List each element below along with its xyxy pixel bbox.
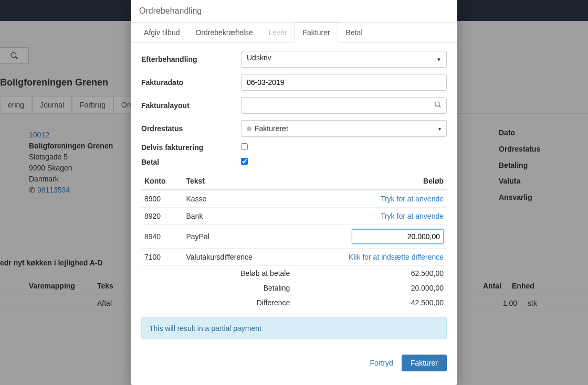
summary-row: Beløb at betale 62.500,00: [141, 266, 447, 281]
tab-afgiv-tilbud[interactable]: Afgiv tilbud: [136, 23, 187, 42]
modal-title: Ordrebehandling: [131, 0, 457, 23]
summary-diff-label: Difference: [183, 295, 293, 310]
modal-tabs: Afgiv tilbud Ordrebekræftelse Levér Fakt…: [131, 23, 457, 42]
cell-tekst: PayPal: [183, 225, 293, 249]
tab-betal[interactable]: Betal: [338, 23, 371, 42]
cell-tekst: Valutakursdifference: [183, 249, 293, 266]
table-row: 8900 Kasse Tryk for at anvende: [141, 190, 447, 208]
th-tekst: Tekst: [183, 173, 293, 190]
checkbox-betal[interactable]: [241, 158, 248, 165]
summary-tobepaid-value: 62.500,00: [293, 266, 447, 281]
label-delvis: Delvis fakturering: [141, 143, 241, 152]
apply-link[interactable]: Tryk for at anvende: [381, 212, 444, 220]
invoice-button[interactable]: Fakturer: [402, 355, 447, 371]
summary-payment-label: Betaling: [183, 281, 293, 295]
select-ordrestatus-value: Faktureret: [255, 124, 288, 133]
input-fakturadato[interactable]: [241, 74, 447, 91]
payment-table: Konto Tekst Beløb 8900 Kasse Tryk for at…: [141, 173, 447, 310]
insert-difference-link[interactable]: Klik for at indsætte difference: [349, 253, 444, 261]
label-fakturalayout: Fakturalayout: [141, 101, 241, 110]
summary-row: Betaling 20.000,00: [141, 281, 447, 295]
order-processing-modal: Ordrebehandling Afgiv tilbud Ordrebekræf…: [131, 0, 457, 385]
tab-fakturer[interactable]: Fakturer: [295, 23, 338, 42]
cell-konto: 8920: [141, 208, 183, 225]
th-konto: Konto: [141, 173, 183, 190]
status-dot-icon: [247, 126, 251, 131]
summary-payment-value: 20.000,00: [293, 281, 447, 295]
modal-overlay: Ordrebehandling Afgiv tilbud Ordrebekræf…: [0, 0, 588, 385]
table-row: 8920 Bank Tryk for at anvende: [141, 208, 447, 225]
summary-diff-value: -42.500,00: [293, 295, 447, 310]
chevron-down-icon: ▾: [438, 126, 441, 132]
cell-konto: 8940: [141, 225, 183, 249]
modal-footer: Fortryd Fakturer: [131, 347, 457, 381]
tab-lever: Levér: [260, 23, 295, 42]
summary-tobepaid-label: Beløb at betale: [183, 266, 293, 281]
cell-tekst: Kasse: [183, 190, 293, 208]
label-fakturadato: Fakturadato: [141, 78, 241, 87]
amount-input-paypal[interactable]: [352, 229, 444, 244]
cell-konto: 8900: [141, 190, 183, 208]
summary-row: Difference -42.500,00: [141, 295, 447, 310]
cell-konto: 7100: [141, 249, 183, 266]
tab-ordrebekraeftelse[interactable]: Ordrebekræftelse: [187, 23, 260, 42]
table-row: 8940 PayPal: [141, 225, 447, 249]
label-efterbehandling: Efterbehandling: [141, 55, 241, 63]
apply-link[interactable]: Tryk for at anvende: [381, 195, 444, 203]
partial-payment-alert: This will result in a partial payment: [141, 317, 447, 339]
label-ordrestatus: Ordrestatus: [141, 124, 241, 133]
select-efterbehandling-value: Udskriv: [247, 54, 271, 62]
input-fakturalayout[interactable]: [241, 97, 447, 114]
select-ordrestatus[interactable]: Faktureret ▾: [241, 120, 447, 137]
label-betal: Betal: [141, 158, 241, 166]
th-belob: Beløb: [293, 173, 447, 190]
select-efterbehandling[interactable]: Udskriv: [241, 51, 447, 68]
cell-tekst: Bank: [183, 208, 293, 225]
cancel-button[interactable]: Fortryd: [370, 359, 393, 367]
checkbox-delvis-fakturering[interactable]: [241, 143, 248, 150]
table-row: 7100 Valutakursdifference Klik for at in…: [141, 249, 447, 266]
